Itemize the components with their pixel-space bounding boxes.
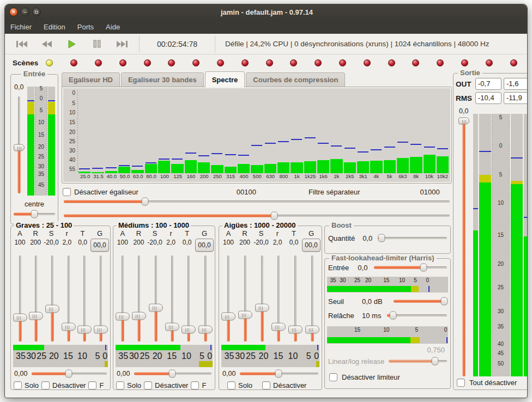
band-T-slider[interactable] [287,255,304,342]
play-button[interactable] [63,37,81,51]
band-G-slider[interactable] [197,255,214,342]
slider-handle[interactable] [132,312,146,320]
slider-handle[interactable] [270,212,277,220]
band-T-slider[interactable] [77,255,93,342]
slider-handle[interactable] [221,313,235,321]
disable-eq-checkbox[interactable]: Désactiver égaliseur [63,188,138,196]
rms-left-entry[interactable]: -10,4 [475,92,501,104]
slider-handle[interactable] [458,117,469,124]
disable-limiter-checkbox[interactable]: Désactiver limiteur [329,373,400,381]
band-A-slider[interactable] [114,255,131,342]
rms-right-entry[interactable]: -11,9 [504,92,528,104]
band-A-slider[interactable] [12,255,28,342]
menu-fichier[interactable]: Fichier [10,23,32,31]
scene-led-1[interactable] [46,59,53,66]
boost-amount-slider[interactable] [378,234,447,242]
limiter-threshold-slider[interactable] [394,297,447,306]
scene-led-20[interactable] [510,59,517,66]
scene-led-15[interactable] [388,59,395,66]
slider-handle[interactable] [13,313,27,321]
scene-led-8[interactable] [217,59,224,66]
scene-led-2[interactable] [70,59,77,66]
band-clipped-checkbox[interactable]: F [191,381,206,389]
skip-to-start-button[interactable] [13,37,31,51]
band-G-slider[interactable] [93,255,109,342]
scene-led-17[interactable] [437,59,444,66]
band-gain-button[interactable]: 00,0 [195,239,214,252]
scene-led-10[interactable] [266,59,273,66]
scene-led-19[interactable] [486,59,493,66]
slider-handle[interactable] [288,325,303,333]
slider-handle[interactable] [420,264,427,272]
band-S-slider[interactable] [148,255,164,342]
band-output-slider[interactable] [134,369,211,378]
band-clipped-checkbox[interactable]: F [88,381,104,389]
slider-handle[interactable] [29,312,43,320]
pause-button[interactable] [88,37,106,51]
slider-handle[interactable] [275,370,282,378]
band-solo-checkbox[interactable]: Solo [116,381,141,389]
slider-handle[interactable] [198,325,213,333]
slider-handle[interactable] [441,297,448,306]
tab-egaliseur-hd[interactable]: Egaliseur HD [62,72,120,87]
xover-low-slider[interactable] [64,197,450,206]
scene-led-4[interactable] [119,59,126,66]
scene-led-11[interactable] [290,59,297,66]
band-S-slider[interactable] [44,255,61,342]
band-T-slider[interactable] [180,255,197,342]
maximize-button[interactable] [32,8,41,16]
output-gain-slider[interactable] [458,118,470,376]
skip-to-end-button[interactable] [113,37,131,51]
slider-handle[interactable] [431,357,438,366]
band-désactiver-checkbox[interactable]: Désactiver [144,381,188,389]
out-right-entry[interactable]: -1,6 [504,78,528,90]
limiter-input-slider[interactable] [374,263,447,272]
band-output-slider[interactable] [240,369,318,378]
band-R-slider[interactable] [237,255,254,342]
tab-spectre[interactable]: Spectre [205,71,245,87]
band-S-slider[interactable] [253,255,270,342]
slider-handle[interactable] [238,311,252,319]
scene-led-3[interactable] [95,59,102,66]
scene-led-9[interactable] [241,59,249,66]
menu-ports[interactable]: Ports [77,23,94,31]
slider-handle[interactable] [65,370,72,378]
pan-slider[interactable] [14,210,55,218]
band-R-slider[interactable] [131,255,147,342]
minimize-button[interactable]: – [21,8,29,16]
band-r-slider[interactable] [164,255,180,342]
rewind-button[interactable] [38,37,56,51]
slider-handle[interactable] [45,304,59,313]
band-solo-checkbox[interactable]: Solo [227,381,252,389]
band-r-slider[interactable] [61,255,77,342]
scene-led-5[interactable] [144,59,151,66]
scene-led-18[interactable] [461,59,468,66]
slider-handle[interactable] [378,234,385,242]
slider-handle[interactable] [390,312,397,320]
slider-handle[interactable] [141,198,148,206]
log-release-slider[interactable] [389,357,447,366]
menu-aide[interactable]: Aide [106,23,120,31]
slider-handle[interactable] [305,325,319,333]
band-gain-button[interactable]: 00,0 [302,239,321,252]
slider-handle[interactable] [149,304,163,312]
tab-egaliseur-30-bandes[interactable]: Egaliseur 30 bandes [121,72,204,87]
xover-high-slider[interactable] [64,211,450,220]
slider-handle[interactable] [168,370,176,378]
slider-handle[interactable] [255,304,269,312]
out-left-entry[interactable]: -0,7 [475,78,501,90]
slider-handle[interactable] [77,325,92,333]
slider-handle[interactable] [31,210,38,218]
band-A-slider[interactable] [220,255,237,342]
slider-handle[interactable] [182,325,196,333]
band-désactiver-checkbox[interactable]: Désactiver [41,381,86,389]
scene-led-14[interactable] [364,59,371,66]
band-r-slider[interactable] [270,255,287,342]
slider-handle[interactable] [94,325,108,333]
slider-handle[interactable] [62,323,76,331]
band-désactiver-checkbox[interactable]: Désactiver [262,381,306,389]
slider-handle[interactable] [165,323,179,331]
scene-led-6[interactable] [168,59,175,66]
input-gain-slider[interactable] [13,96,25,193]
scene-led-13[interactable] [339,59,346,66]
